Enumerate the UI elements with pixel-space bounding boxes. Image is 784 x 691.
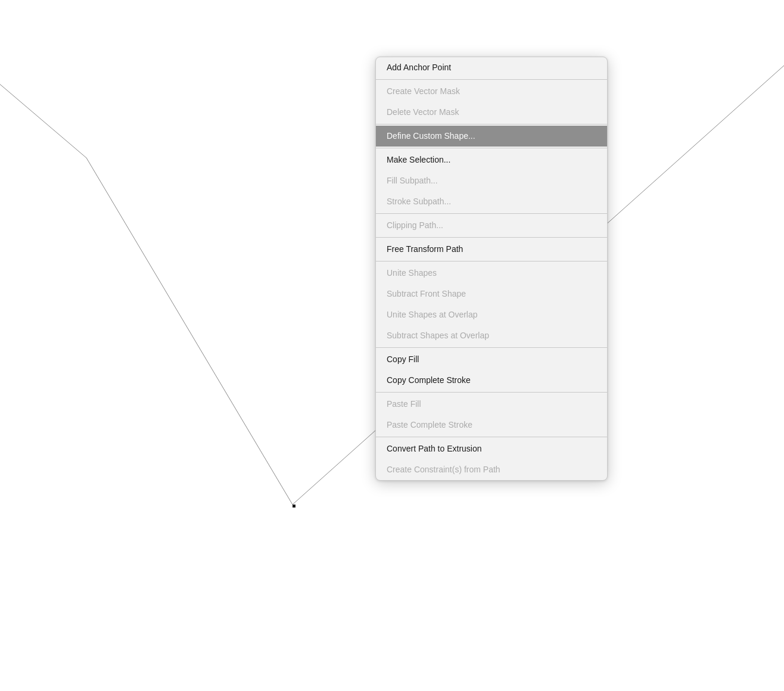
menu-item-add-anchor-point[interactable]: Add Anchor Point <box>376 57 607 78</box>
menu-item-paste-fill[interactable]: Paste Fill <box>376 394 607 415</box>
menu-item-copy-complete-stroke[interactable]: Copy Complete Stroke <box>376 370 607 391</box>
menu-separator-3 <box>376 148 607 148</box>
menu-item-delete-vector-mask[interactable]: Delete Vector Mask <box>376 102 607 123</box>
menu-item-stroke-subpath[interactable]: Stroke Subpath... <box>376 191 607 212</box>
menu-separator-2 <box>376 124 607 124</box>
menu-separator-5 <box>376 237 607 238</box>
menu-separator-4 <box>376 213 607 214</box>
menu-separator-9 <box>376 437 607 437</box>
menu-item-clipping-path[interactable]: Clipping Path... <box>376 215 607 236</box>
menu-item-copy-fill[interactable]: Copy Fill <box>376 349 607 370</box>
menu-item-subtract-front-shape[interactable]: Subtract Front Shape <box>376 284 607 304</box>
context-menu: Add Anchor Point Create Vector Mask Dele… <box>375 57 608 481</box>
menu-item-make-selection[interactable]: Make Selection... <box>376 150 607 170</box>
menu-item-paste-complete-stroke[interactable]: Paste Complete Stroke <box>376 415 607 435</box>
menu-separator-6 <box>376 261 607 262</box>
menu-separator-1 <box>376 79 607 80</box>
menu-item-subtract-shapes-overlap[interactable]: Subtract Shapes at Overlap <box>376 325 607 346</box>
menu-item-create-vector-mask[interactable]: Create Vector Mask <box>376 81 607 102</box>
svg-line-1 <box>86 158 293 505</box>
menu-item-convert-path-extrusion[interactable]: Convert Path to Extrusion <box>376 438 607 459</box>
menu-separator-7 <box>376 347 607 348</box>
menu-item-create-constraints-path[interactable]: Create Constraint(s) from Path <box>376 459 607 480</box>
menu-separator-8 <box>376 392 607 393</box>
menu-item-fill-subpath[interactable]: Fill Subpath... <box>376 170 607 191</box>
anchor-point <box>293 505 295 508</box>
menu-item-define-custom-shape[interactable]: Define Custom Shape... <box>376 126 607 147</box>
menu-item-free-transform-path[interactable]: Free Transform Path <box>376 239 607 260</box>
menu-item-unite-shapes[interactable]: Unite Shapes <box>376 263 607 284</box>
svg-line-2 <box>0 79 86 158</box>
menu-item-unite-shapes-overlap[interactable]: Unite Shapes at Overlap <box>376 304 607 325</box>
